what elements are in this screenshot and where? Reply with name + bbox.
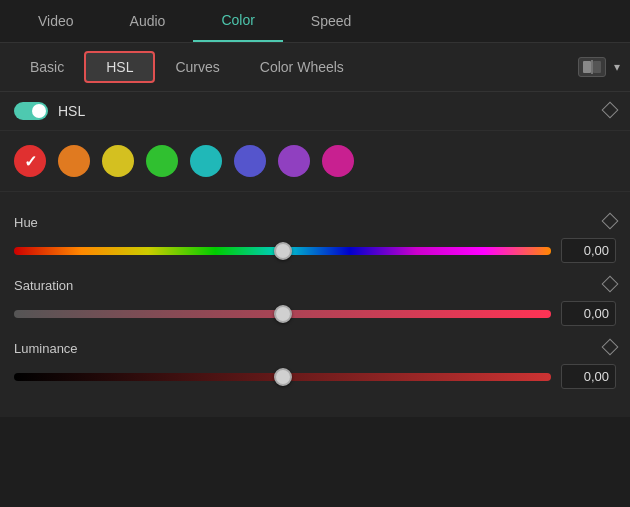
swatches-row [0,131,630,192]
saturation-slider-row: Saturation [14,277,616,326]
hsl-section-header: HSL [0,92,630,131]
dropdown-chevron[interactable]: ▾ [614,60,620,74]
saturation-reset-icon[interactable] [604,277,616,293]
luminance-value-input[interactable] [561,364,616,389]
tab-audio[interactable]: Audio [102,0,194,42]
subtab-hsl[interactable]: HSL [84,51,155,83]
swatch-magenta[interactable] [322,145,354,177]
swatch-red[interactable] [14,145,46,177]
svg-rect-1 [593,61,601,73]
saturation-track-wrap[interactable] [14,304,551,324]
luminance-thumb[interactable] [274,368,292,386]
swatch-orange[interactable] [58,145,90,177]
subtab-color-wheels[interactable]: Color Wheels [240,53,364,81]
saturation-label-row: Saturation [14,277,616,293]
luminance-reset-icon[interactable] [604,340,616,356]
saturation-slider-container [14,301,616,326]
tab-speed[interactable]: Speed [283,0,379,42]
luminance-slider-row: Luminance [14,340,616,389]
subtab-basic[interactable]: Basic [10,53,84,81]
tab-color[interactable]: Color [193,0,282,42]
hue-slider-container [14,238,616,263]
luminance-label-row: Luminance [14,340,616,356]
hue-label-row: Hue [14,214,616,230]
top-tab-bar: Video Audio Color Speed [0,0,630,43]
sub-tabs-right-controls: ▾ [578,57,620,77]
saturation-thumb[interactable] [274,305,292,323]
hue-reset-icon[interactable] [604,214,616,230]
subtab-curves[interactable]: Curves [155,53,239,81]
compare-icon[interactable] [578,57,606,77]
hue-value-input[interactable] [561,238,616,263]
saturation-value-input[interactable] [561,301,616,326]
hsl-toggle[interactable] [14,102,48,120]
hue-thumb[interactable] [274,242,292,260]
luminance-track-wrap[interactable] [14,367,551,387]
luminance-label: Luminance [14,341,78,356]
sub-tab-bar: Basic HSL Curves Color Wheels ▾ [0,43,630,92]
toggle-knob [32,104,46,118]
luminance-slider-container [14,364,616,389]
swatch-green[interactable] [146,145,178,177]
swatch-yellow[interactable] [102,145,134,177]
hue-label: Hue [14,215,38,230]
svg-rect-0 [583,61,591,73]
swatch-purple[interactable] [278,145,310,177]
hue-slider-row: Hue [14,214,616,263]
tab-video[interactable]: Video [10,0,102,42]
reset-diamond-icon[interactable] [604,102,616,120]
hue-track-wrap[interactable] [14,241,551,261]
section-title: HSL [58,103,85,119]
swatch-blue[interactable] [234,145,266,177]
saturation-label: Saturation [14,278,73,293]
sliders-section: Hue Saturation Luminance [0,192,630,417]
swatch-cyan[interactable] [190,145,222,177]
